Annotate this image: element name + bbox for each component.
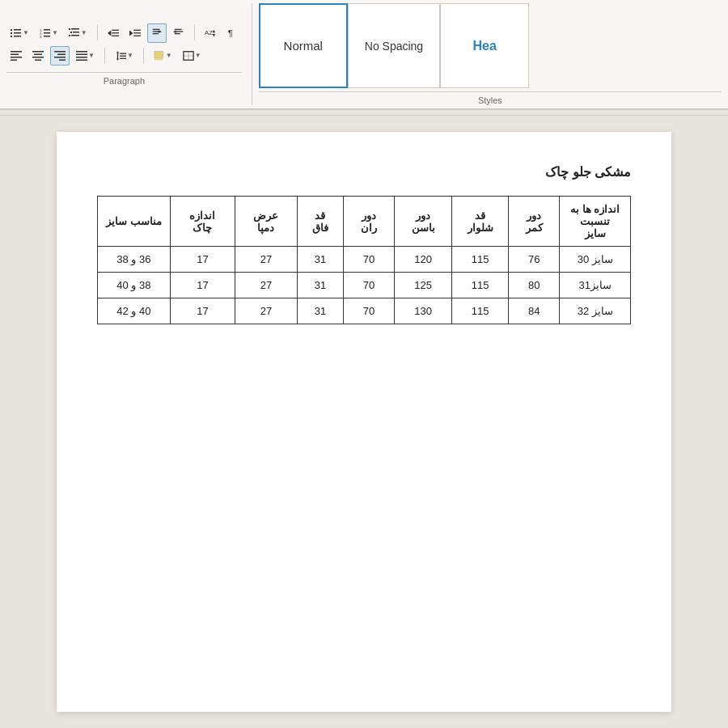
table-cell-r0-c5: 31 bbox=[297, 247, 344, 273]
table-cell-r2-c3: 130 bbox=[394, 298, 452, 324]
table-cell-r2-c7: 17 bbox=[170, 298, 235, 324]
align-left-button[interactable] bbox=[6, 46, 26, 66]
line-spacing-button[interactable]: ▼ bbox=[111, 46, 138, 66]
table-header-0: اندازه ها به تنسبت سایز bbox=[560, 197, 631, 247]
table-cell-r1-c4: 70 bbox=[344, 273, 395, 298]
increase-indent-button[interactable] bbox=[125, 23, 145, 43]
svg-rect-53 bbox=[76, 59, 87, 61]
table-cell-r1-c8: 38 و 40 bbox=[98, 273, 171, 298]
svg-rect-50 bbox=[76, 51, 87, 53]
align-center-button[interactable] bbox=[28, 46, 48, 66]
paragraph-label: Paragraph bbox=[6, 72, 242, 86]
rtl-text-button[interactable] bbox=[147, 23, 167, 43]
normal-style-button[interactable]: Normal bbox=[259, 3, 348, 88]
svg-rect-28 bbox=[153, 33, 159, 34]
show-formatting-button[interactable]: ¶ bbox=[222, 23, 242, 43]
svg-rect-20 bbox=[112, 32, 119, 33]
svg-marker-18 bbox=[108, 30, 111, 36]
table-cell-r0-c8: 36 و 38 bbox=[98, 247, 171, 273]
table-cell-r1-c3: 125 bbox=[394, 273, 452, 298]
svg-rect-46 bbox=[54, 51, 66, 53]
svg-text:¶: ¶ bbox=[228, 28, 233, 37]
shading-button[interactable]: ▼ bbox=[150, 46, 176, 66]
divider-1 bbox=[97, 25, 98, 41]
align-right-button[interactable] bbox=[50, 46, 70, 66]
svg-text:3.: 3. bbox=[40, 35, 42, 39]
svg-rect-30 bbox=[175, 28, 182, 29]
svg-rect-41 bbox=[11, 59, 17, 61]
svg-rect-11 bbox=[44, 36, 50, 37]
svg-rect-1 bbox=[14, 29, 21, 31]
table-row: سایز 30761151207031271736 و 38 bbox=[98, 247, 631, 273]
svg-rect-0 bbox=[11, 29, 12, 31]
divider-2 bbox=[194, 25, 195, 41]
table-cell-r2-c0: سایز 32 bbox=[560, 298, 631, 324]
table-cell-r2-c1: 84 bbox=[508, 298, 560, 324]
table-cell-r2-c2: 115 bbox=[452, 298, 509, 324]
svg-rect-3 bbox=[14, 32, 21, 34]
svg-rect-51 bbox=[76, 53, 87, 55]
svg-rect-57 bbox=[120, 53, 126, 53]
svg-marker-35 bbox=[212, 29, 215, 32]
svg-rect-14 bbox=[70, 32, 72, 33]
sort-button[interactable]: AZ bbox=[201, 23, 220, 43]
table-cell-r0-c6: 27 bbox=[235, 247, 298, 273]
table-cell-r1-c1: 80 bbox=[508, 273, 560, 298]
svg-rect-60 bbox=[154, 51, 163, 57]
styles-panel: Normal No Spacing Hea Styles bbox=[259, 3, 722, 105]
ltr-text-button[interactable] bbox=[169, 23, 188, 43]
svg-text:AZ: AZ bbox=[205, 28, 213, 36]
table-cell-r1-c0: سایز31 bbox=[560, 273, 631, 298]
toolbar-row-2: ▼ ▼ ▼ bbox=[6, 46, 242, 66]
svg-marker-22 bbox=[129, 30, 133, 36]
divider-3 bbox=[104, 48, 105, 64]
decrease-indent-button[interactable] bbox=[104, 23, 123, 43]
paragraph-section: ▼ 1. 2. 3. ▼ bbox=[6, 3, 252, 105]
separator-bar bbox=[0, 109, 728, 116]
svg-rect-24 bbox=[133, 32, 141, 33]
numbered-list-button[interactable]: 1. 2. 3. ▼ bbox=[36, 23, 62, 43]
divider-4 bbox=[143, 48, 144, 64]
table-row: سایز31801151257031271738 و 40 bbox=[98, 273, 631, 298]
table-header-row: اندازه ها به تنسبت سایزدور کمرقد شلواردو… bbox=[98, 197, 631, 247]
svg-rect-13 bbox=[71, 28, 79, 30]
table-cell-r0-c4: 70 bbox=[344, 247, 395, 273]
table-cell-r2-c4: 70 bbox=[344, 298, 395, 324]
svg-rect-48 bbox=[54, 57, 66, 58]
bullet-list-button[interactable]: ▼ bbox=[6, 23, 33, 43]
table-row: سایز 32841151307031271740 و 42 bbox=[98, 298, 631, 324]
data-table: اندازه ها به تنسبت سایزدور کمرقد شلواردو… bbox=[97, 196, 631, 324]
table-header-6: عرض دمپا bbox=[235, 197, 298, 247]
svg-rect-58 bbox=[120, 55, 126, 56]
table-header-1: دور کمر bbox=[508, 197, 560, 247]
table-cell-r0-c2: 115 bbox=[452, 247, 509, 273]
table-header-2: قد شلوار bbox=[452, 197, 509, 247]
svg-rect-59 bbox=[120, 57, 126, 58]
svg-rect-32 bbox=[175, 33, 180, 34]
table-header-3: دور باسن bbox=[394, 197, 452, 247]
borders-button[interactable]: ▼ bbox=[179, 46, 205, 66]
document-title: مشکی جلو چاک bbox=[97, 164, 631, 180]
svg-rect-40 bbox=[11, 57, 22, 58]
svg-rect-49 bbox=[59, 59, 66, 61]
table-header-8: مناسب سایز bbox=[98, 197, 171, 247]
svg-marker-33 bbox=[173, 30, 176, 33]
toolbar-row-1: ▼ 1. 2. 3. ▼ bbox=[6, 23, 242, 43]
nospacing-style-button[interactable]: No Spacing bbox=[348, 3, 440, 88]
table-header-5: قد فاق bbox=[297, 197, 344, 247]
svg-rect-15 bbox=[73, 32, 79, 33]
svg-rect-42 bbox=[32, 51, 44, 53]
table-cell-r0-c1: 76 bbox=[508, 247, 560, 273]
styles-label: Styles bbox=[259, 91, 722, 105]
heading-style-button[interactable]: Hea bbox=[440, 3, 529, 88]
svg-rect-16 bbox=[69, 35, 70, 36]
table-header-4: دور ران bbox=[344, 197, 395, 247]
table-cell-r1-c6: 27 bbox=[235, 273, 298, 298]
multilevel-list-button[interactable]: ▼ bbox=[65, 23, 91, 43]
document-page: مشکی جلو چاک اندازه ها به تنسبت سایزدور … bbox=[57, 132, 671, 712]
svg-rect-43 bbox=[34, 53, 42, 55]
table-cell-r0-c0: سایز 30 bbox=[560, 247, 631, 273]
table-header-7: اندازه چاک bbox=[170, 197, 235, 247]
align-justify-button[interactable]: ▼ bbox=[72, 46, 99, 66]
svg-rect-25 bbox=[133, 35, 141, 36]
